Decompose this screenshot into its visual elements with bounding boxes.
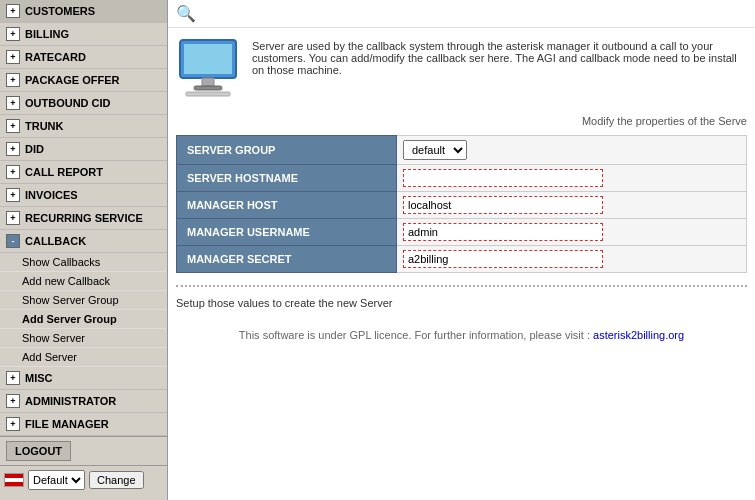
intro-text: Server are used by the callback system t… bbox=[252, 36, 747, 76]
manager-username-input[interactable] bbox=[403, 223, 603, 241]
server-group-cell: default bbox=[397, 136, 747, 165]
footer-text: This software is under GPL licence. For … bbox=[176, 329, 747, 341]
sidebar-item-call-report[interactable]: + CALL REPORT bbox=[0, 161, 167, 184]
manager-host-cell bbox=[397, 192, 747, 219]
setup-text: Setup those values to create the new Ser… bbox=[176, 297, 747, 309]
sidebar-item-recurring-service[interactable]: + RECURRING SERVICE bbox=[0, 207, 167, 230]
search-icon[interactable]: 🔍 bbox=[176, 5, 196, 22]
sidebar: + CUSTOMERS + BILLING + RATECARD + PACKA… bbox=[0, 0, 168, 500]
computer-icon bbox=[176, 36, 240, 103]
manager-username-cell bbox=[397, 219, 747, 246]
server-form-table: SERVER GROUP default SERVER HOSTNAME MAN… bbox=[176, 135, 747, 273]
svg-rect-4 bbox=[186, 92, 230, 96]
expand-icon-invoices: + bbox=[6, 188, 20, 202]
language-select[interactable]: Default bbox=[28, 470, 85, 490]
svg-rect-3 bbox=[194, 86, 222, 90]
server-hostname-label: SERVER HOSTNAME bbox=[177, 165, 397, 192]
language-section: Default Change bbox=[0, 465, 167, 494]
sidebar-item-callback[interactable]: - CALLBACK bbox=[0, 230, 167, 253]
manager-secret-label: MANAGER SECRET bbox=[177, 246, 397, 273]
expand-icon-call-report: + bbox=[6, 165, 20, 179]
expand-icon-package-offer: + bbox=[6, 73, 20, 87]
expand-icon-file-manager: + bbox=[6, 417, 20, 431]
manager-username-label: MANAGER USERNAME bbox=[177, 219, 397, 246]
manager-username-row: MANAGER USERNAME bbox=[177, 219, 747, 246]
sidebar-item-trunk[interactable]: + TRUNK bbox=[0, 115, 167, 138]
main-content: 🔍 Server are used by the callback system… bbox=[168, 0, 755, 500]
server-group-select[interactable]: default bbox=[403, 140, 467, 160]
change-language-button[interactable]: Change bbox=[89, 471, 144, 489]
svg-rect-2 bbox=[202, 78, 214, 86]
server-group-label: SERVER GROUP bbox=[177, 136, 397, 165]
logout-button[interactable]: LOGOUT bbox=[6, 441, 71, 461]
footer-link[interactable]: asterisk2billing.org bbox=[593, 329, 684, 341]
sidebar-item-billing[interactable]: + BILLING bbox=[0, 23, 167, 46]
sidebar-item-outbound-cid[interactable]: + OUTBOUND CID bbox=[0, 92, 167, 115]
collapse-icon-callback: - bbox=[6, 234, 20, 248]
sidebar-item-misc[interactable]: + MISC bbox=[0, 367, 167, 390]
sidebar-subitem-add-server[interactable]: Add Server bbox=[0, 348, 167, 367]
expand-icon-billing: + bbox=[6, 27, 20, 41]
sidebar-subitem-add-new-callback[interactable]: Add new Callback bbox=[0, 272, 167, 291]
expand-icon-trunk: + bbox=[6, 119, 20, 133]
flag-icon bbox=[4, 473, 24, 487]
expand-icon-customers: + bbox=[6, 4, 20, 18]
server-hostname-input[interactable] bbox=[403, 169, 603, 187]
manager-host-row: MANAGER HOST bbox=[177, 192, 747, 219]
svg-rect-1 bbox=[184, 44, 232, 74]
expand-icon-misc: + bbox=[6, 371, 20, 385]
sidebar-item-invoices[interactable]: + INVOICES bbox=[0, 184, 167, 207]
expand-icon-recurring-service: + bbox=[6, 211, 20, 225]
manager-secret-cell bbox=[397, 246, 747, 273]
manager-secret-row: MANAGER SECRET bbox=[177, 246, 747, 273]
content-area: Server are used by the callback system t… bbox=[168, 28, 755, 500]
top-bar: 🔍 bbox=[168, 0, 755, 28]
server-group-row: SERVER GROUP default bbox=[177, 136, 747, 165]
server-intro: Server are used by the callback system t… bbox=[176, 36, 747, 103]
sidebar-item-did[interactable]: + DID bbox=[0, 138, 167, 161]
sidebar-subitem-show-server-group[interactable]: Show Server Group bbox=[0, 291, 167, 310]
sidebar-item-ratecard[interactable]: + RATECARD bbox=[0, 46, 167, 69]
expand-icon-administrator: + bbox=[6, 394, 20, 408]
manager-host-input[interactable] bbox=[403, 196, 603, 214]
manager-host-label: MANAGER HOST bbox=[177, 192, 397, 219]
section-divider bbox=[176, 285, 747, 287]
sidebar-subitem-add-server-group[interactable]: Add Server Group bbox=[0, 310, 167, 329]
modify-text: Modify the properties of the Serve bbox=[176, 115, 747, 127]
sidebar-subitem-show-callbacks[interactable]: Show Callbacks bbox=[0, 253, 167, 272]
expand-icon-outbound-cid: + bbox=[6, 96, 20, 110]
sidebar-subitem-show-server[interactable]: Show Server bbox=[0, 329, 167, 348]
manager-secret-input[interactable] bbox=[403, 250, 603, 268]
server-hostname-row: SERVER HOSTNAME bbox=[177, 165, 747, 192]
expand-icon-ratecard: + bbox=[6, 50, 20, 64]
sidebar-item-file-manager[interactable]: + FILE MANAGER bbox=[0, 413, 167, 436]
sidebar-item-customers[interactable]: + CUSTOMERS bbox=[0, 0, 167, 23]
sidebar-item-package-offer[interactable]: + PACKAGE OFFER bbox=[0, 69, 167, 92]
expand-icon-did: + bbox=[6, 142, 20, 156]
logout-section: LOGOUT bbox=[0, 436, 167, 465]
server-hostname-cell bbox=[397, 165, 747, 192]
sidebar-item-administrator[interactable]: + ADMINISTRATOR bbox=[0, 390, 167, 413]
